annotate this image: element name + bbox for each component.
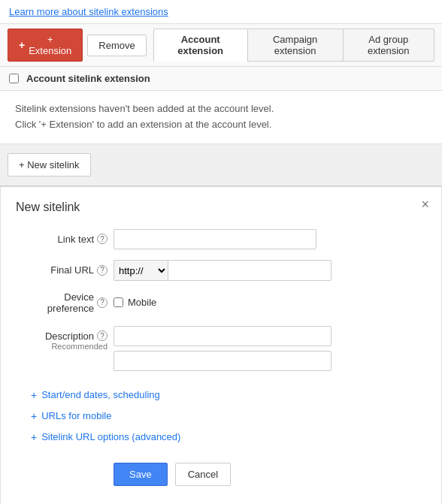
- new-sitelink-container: + New sitelink: [0, 144, 442, 186]
- extension-button-label: + Extension: [29, 34, 71, 56]
- close-button[interactable]: ×: [421, 198, 429, 211]
- description-input-2[interactable]: [114, 351, 332, 371]
- tab-adgroup[interactable]: Ad group extension: [343, 29, 434, 62]
- mobile-checkbox[interactable]: [114, 297, 123, 307]
- save-button[interactable]: Save: [114, 463, 168, 486]
- url-prefix-select[interactable]: http:// https://: [114, 260, 168, 281]
- url-group: http:// https://: [114, 260, 332, 281]
- device-preference-row: Device preference ? Mobile: [16, 291, 426, 314]
- link-text-label: Link text ?: [16, 234, 114, 245]
- mobile-label: Mobile: [128, 297, 156, 308]
- final-url-label: Final URL ?: [16, 264, 114, 276]
- section-header-title: Account sitelink extension: [26, 73, 150, 84]
- remove-button[interactable]: Remove: [87, 35, 146, 56]
- url-options-plus-icon: +: [31, 431, 37, 443]
- extension-button[interactable]: + + Extension: [8, 29, 83, 62]
- cancel-button[interactable]: Cancel: [175, 463, 231, 486]
- final-url-help-icon[interactable]: ?: [97, 265, 107, 276]
- description-label: Description ? Recommended: [16, 326, 114, 351]
- tab-account[interactable]: Account extension: [153, 29, 248, 62]
- recommended-label: Recommended: [51, 342, 107, 351]
- learn-more-link[interactable]: Learn more about sitelink extensions: [0, 0, 442, 23]
- section-checkbox[interactable]: [9, 74, 19, 83]
- info-line2: Click '+ Extension' to add an extension …: [15, 117, 427, 133]
- device-preference-label: Device preference ?: [16, 291, 114, 314]
- device-preference-help-icon[interactable]: ?: [97, 297, 107, 308]
- device-pref-controls: Mobile: [114, 297, 156, 308]
- link-text-row: Link text ?: [16, 229, 426, 249]
- final-url-row: Final URL ? http:// https://: [16, 260, 426, 281]
- plus-icon: +: [19, 39, 25, 51]
- link-text-input[interactable]: [114, 229, 316, 249]
- form-panel-title: New sitelink: [16, 201, 426, 214]
- mobile-urls-label: URLs for mobile: [41, 410, 111, 421]
- description-inputs: [114, 326, 332, 371]
- tab-campaign[interactable]: Campaign extension: [247, 29, 344, 62]
- tab-group: Account extension Campaign extension Ad …: [154, 29, 434, 62]
- form-actions: Save Cancel: [16, 451, 426, 490]
- description-help-icon[interactable]: ?: [97, 330, 107, 341]
- section-header: Account sitelink extension: [0, 67, 442, 91]
- description-input-1[interactable]: [114, 326, 332, 346]
- info-line1: Sitelink extensions haven't been added a…: [15, 101, 427, 117]
- new-sitelink-button[interactable]: + New sitelink: [8, 153, 91, 177]
- schedule-expand[interactable]: + Start/end dates, scheduling: [31, 385, 411, 406]
- description-row: Description ? Recommended: [16, 324, 426, 371]
- info-box: Sitelink extensions haven't been added a…: [0, 91, 442, 144]
- url-options-label: Sitelink URL options (advanced): [41, 431, 180, 442]
- schedule-label: Start/end dates, scheduling: [41, 389, 160, 400]
- form-panel: New sitelink × Link text ? Final URL ? h…: [0, 186, 442, 504]
- link-text-help-icon[interactable]: ?: [97, 234, 107, 244]
- toolbar: + + Extension Remove Account extension C…: [0, 23, 442, 67]
- url-options-expand[interactable]: + Sitelink URL options (advanced): [31, 427, 411, 448]
- mobile-urls-plus-icon: +: [31, 410, 37, 422]
- schedule-plus-icon: +: [31, 389, 37, 401]
- expandable-links: + Start/end dates, scheduling + URLs for…: [16, 382, 426, 451]
- mobile-urls-expand[interactable]: + URLs for mobile: [31, 406, 411, 427]
- final-url-input[interactable]: [168, 260, 332, 281]
